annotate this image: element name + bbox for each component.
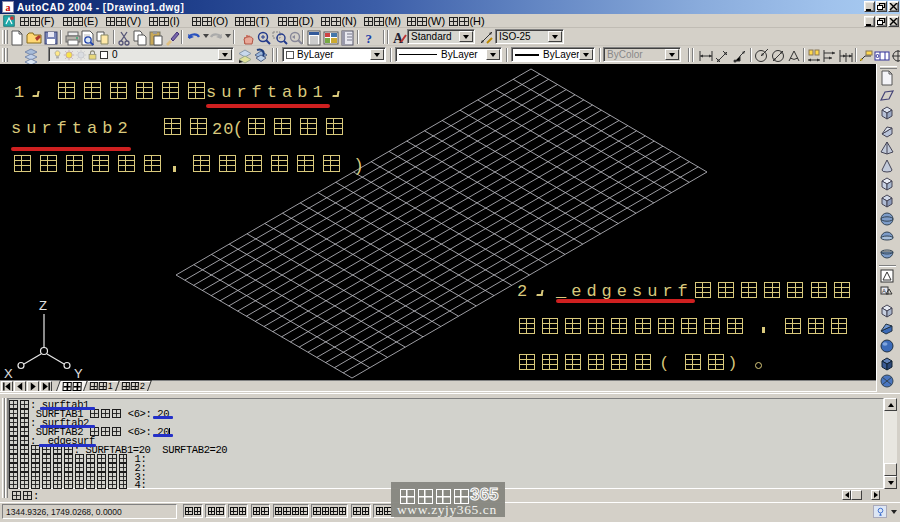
svg-text:X: X — [4, 366, 13, 380]
svg-text:A: A — [882, 288, 886, 294]
svg-text:?: ? — [366, 31, 373, 46]
svg-text:Y: Y — [74, 366, 83, 380]
svg-text:Z: Z — [39, 298, 47, 313]
